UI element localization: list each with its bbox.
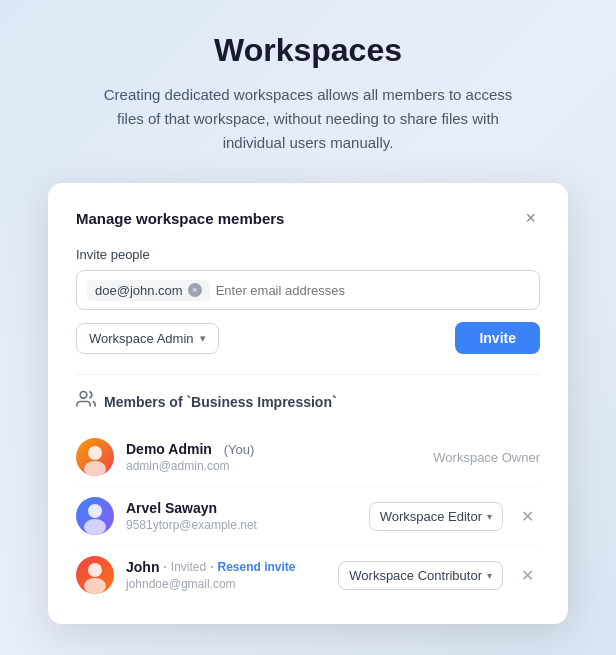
- email-tag-remove-button[interactable]: ×: [188, 283, 202, 297]
- svg-point-5: [88, 563, 102, 577]
- member-email: admin@admin.com: [126, 459, 421, 473]
- member-info: John · Invited · Resend invite johndoe@g…: [126, 559, 326, 591]
- invite-role-label: Workspace Admin: [89, 331, 194, 346]
- avatar: [76, 438, 114, 476]
- invite-role-chevron-icon: ▾: [200, 332, 206, 345]
- resend-invite-link[interactable]: Resend invite: [218, 560, 296, 574]
- email-tag: doe@john.com ×: [87, 280, 210, 301]
- modal-close-button[interactable]: ×: [521, 207, 540, 229]
- members-icon: [76, 389, 96, 414]
- member-name: John · Invited · Resend invite: [126, 559, 326, 575]
- invite-actions-row: Workspace Admin ▾ Invite: [76, 322, 540, 354]
- member-name: Demo Admin (You): [126, 441, 421, 457]
- avatar: [76, 556, 114, 594]
- invite-email-input[interactable]: [216, 283, 529, 298]
- modal-header: Manage workspace members ×: [76, 207, 540, 229]
- members-section-title: Members of `Business Impression`: [104, 394, 337, 410]
- member-role-dropdown[interactable]: Workspace Contributor ▾: [338, 561, 503, 590]
- modal-title: Manage workspace members: [76, 210, 284, 227]
- invite-button[interactable]: Invite: [455, 322, 540, 354]
- invite-role-dropdown[interactable]: Workspace Admin ▾: [76, 323, 219, 354]
- svg-point-1: [88, 446, 102, 460]
- member-role-chevron-icon: ▾: [487, 570, 492, 581]
- page-title: Workspaces: [214, 32, 402, 69]
- member-email: 9581ytorp@example.net: [126, 518, 357, 532]
- member-row: John · Invited · Resend invite johndoe@g…: [76, 546, 540, 604]
- member-remove-button[interactable]: ✕: [515, 564, 540, 587]
- members-section: Members of `Business Impression` Demo Ad…: [76, 374, 540, 604]
- svg-point-3: [88, 504, 102, 518]
- invite-input-container: doe@john.com ×: [76, 270, 540, 310]
- invited-badge: Invited: [171, 560, 206, 574]
- manage-members-modal: Manage workspace members × Invite people…: [48, 183, 568, 624]
- member-email: johndoe@gmail.com: [126, 577, 326, 591]
- member-role-chevron-icon: ▾: [487, 511, 492, 522]
- svg-point-4: [84, 519, 106, 535]
- member-role-owner: Workspace Owner: [433, 450, 540, 465]
- avatar: [76, 497, 114, 535]
- member-info: Arvel Sawayn 9581ytorp@example.net: [126, 500, 357, 532]
- svg-point-6: [84, 578, 106, 594]
- member-role-dropdown[interactable]: Workspace Editor ▾: [369, 502, 503, 531]
- invite-label: Invite people: [76, 247, 540, 262]
- member-row: Demo Admin (You) admin@admin.com Workspa…: [76, 428, 540, 487]
- member-name: Arvel Sawayn: [126, 500, 357, 516]
- svg-point-2: [84, 461, 106, 476]
- page-subtitle: Creating dedicated workspaces allows all…: [93, 83, 523, 155]
- member-row: Arvel Sawayn 9581ytorp@example.net Works…: [76, 487, 540, 546]
- svg-point-0: [80, 392, 87, 399]
- member-remove-button[interactable]: ✕: [515, 505, 540, 528]
- member-role-label: Workspace Editor: [380, 509, 482, 524]
- members-header: Members of `Business Impression`: [76, 389, 540, 414]
- member-role-label: Workspace Contributor: [349, 568, 482, 583]
- member-info: Demo Admin (You) admin@admin.com: [126, 441, 421, 473]
